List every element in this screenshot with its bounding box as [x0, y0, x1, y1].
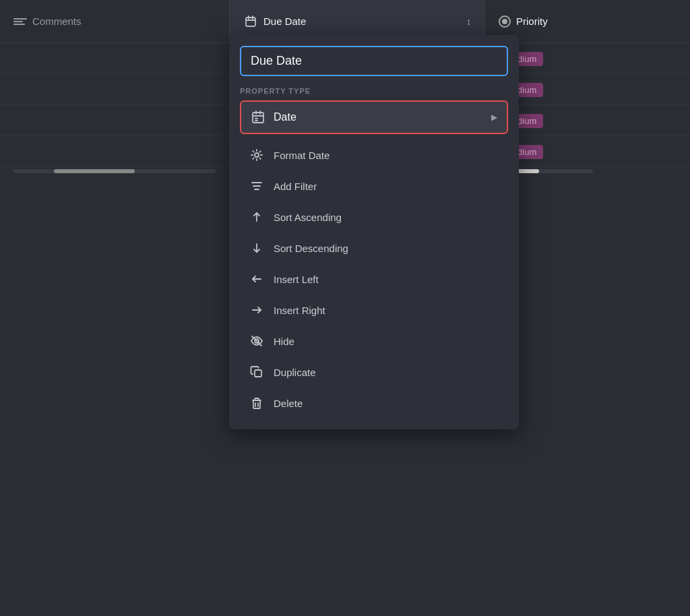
left-scrollbar[interactable] — [0, 169, 229, 173]
cursor-indicator: ↕ — [466, 16, 471, 27]
scrollbar-track-left — [13, 169, 216, 173]
duplicate-icon — [249, 365, 264, 379]
sort-ascending-label: Sort Ascending — [274, 212, 342, 223]
due-date-label: Due Date — [263, 16, 306, 27]
svg-rect-21 — [253, 400, 260, 408]
scrollbar-thumb-left — [54, 169, 135, 173]
menu-item-sort-descending[interactable]: Sort Descending — [240, 233, 508, 264]
sort-asc-icon — [249, 210, 264, 224]
property-type-label: PROPERTY TYPE — [240, 87, 508, 95]
column-name-input[interactable] — [240, 46, 508, 76]
date-type-left: Date — [251, 110, 296, 125]
menu-item-add-filter[interactable]: Add Filter — [240, 171, 508, 202]
comments-label: Comments — [32, 16, 82, 27]
format-date-label: Format Date — [274, 150, 330, 161]
delete-label: Delete — [274, 398, 303, 409]
menu-item-insert-right[interactable]: Insert Right — [240, 295, 508, 326]
arrow-left-icon — [249, 272, 264, 286]
calendar-icon — [243, 14, 258, 29]
gear-icon — [249, 148, 264, 162]
date-calendar-icon — [251, 110, 265, 125]
menu-item-hide[interactable]: Hide — [240, 326, 508, 357]
menu-item-delete[interactable]: Delete — [240, 388, 508, 419]
hide-label: Hide — [274, 336, 294, 347]
menu-item-insert-left[interactable]: Insert Left — [240, 264, 508, 295]
svg-point-10 — [255, 153, 259, 157]
menu-item-duplicate[interactable]: Duplicate — [240, 357, 508, 388]
arrow-right-icon — [249, 303, 264, 317]
insert-left-label: Insert Left — [274, 274, 319, 285]
chevron-right-icon: ▶ — [491, 113, 497, 122]
menu-item-format-date[interactable]: Format Date — [240, 140, 508, 171]
comments-icon — [13, 18, 27, 25]
menu-item-sort-ascending[interactable]: Sort Ascending — [240, 202, 508, 233]
insert-right-label: Insert Right — [274, 305, 325, 316]
filter-icon — [249, 179, 264, 193]
priority-label: Priority — [516, 16, 548, 27]
date-type-label: Date — [274, 111, 296, 123]
column-comments: Comments — [0, 16, 229, 27]
svg-rect-4 — [253, 113, 263, 123]
duplicate-label: Duplicate — [274, 367, 316, 378]
svg-rect-0 — [246, 18, 255, 26]
date-type-row[interactable]: Date ▶ — [240, 100, 508, 134]
column-priority: Priority — [485, 16, 684, 28]
priority-icon — [499, 16, 511, 28]
add-filter-label: Add Filter — [274, 181, 317, 192]
sort-desc-icon — [249, 241, 264, 255]
svg-rect-20 — [255, 370, 261, 377]
sort-descending-label: Sort Descending — [274, 243, 348, 254]
dropdown-popup: PROPERTY TYPE Date ▶ — [229, 35, 519, 429]
trash-icon — [249, 396, 264, 410]
eye-off-icon — [249, 334, 264, 348]
